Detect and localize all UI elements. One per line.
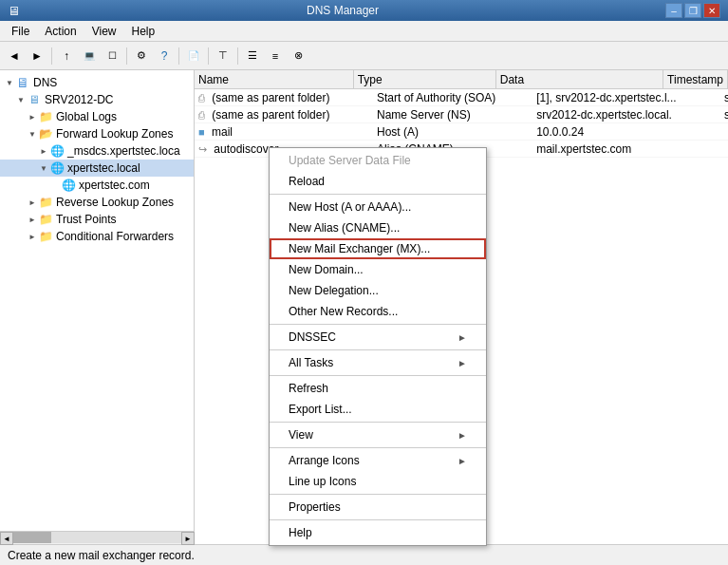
ctx-other-new-records[interactable]: Other New Records... bbox=[270, 301, 486, 322]
cell-data-2: 10.0.0.24 bbox=[532, 124, 720, 140]
cell-type-1: Name Server (NS) bbox=[373, 107, 532, 122]
status-bar: Create a new mail exchanger record. bbox=[0, 544, 728, 565]
tree-item-xpertstec-local[interactable]: ▼ 🌐 xpertstec.local bbox=[0, 160, 194, 177]
status-text: Create a new mail exchanger record. bbox=[8, 549, 195, 562]
menu-action[interactable]: Action bbox=[37, 23, 84, 40]
tree-item-server[interactable]: ▼ 🖥 SRV2012-DC bbox=[0, 91, 194, 108]
scroll-left[interactable]: ◄ bbox=[0, 532, 13, 544]
folder-icon-trust: 📁 bbox=[38, 212, 53, 227]
tree-item-trust-points[interactable]: ► 📁 Trust Points bbox=[0, 211, 194, 228]
view-icons-button[interactable]: ⊗ bbox=[288, 46, 308, 66]
help-button[interactable]: ? bbox=[154, 46, 175, 66]
expander-cond-forwarders[interactable]: ► bbox=[27, 229, 38, 244]
ctx-export-list[interactable]: Export List... bbox=[270, 399, 486, 420]
ctx-reload[interactable]: Reload bbox=[270, 171, 486, 192]
ctx-new-alias[interactable]: New Alias (CNAME)... bbox=[270, 217, 486, 238]
ctx-all-tasks[interactable]: All Tasks ► bbox=[270, 352, 486, 373]
forward-button[interactable]: ► bbox=[27, 46, 47, 66]
toolbar-sep-2 bbox=[126, 47, 127, 65]
list-row[interactable]: ⎙ (same as parent folder) Name Server (N… bbox=[195, 106, 728, 123]
restore-button[interactable]: ❒ bbox=[684, 3, 701, 18]
collapse-button[interactable]: ⊤ bbox=[213, 46, 233, 66]
menu-file[interactable]: File bbox=[4, 23, 37, 40]
menu-bar: File Action View Help bbox=[0, 21, 728, 42]
cell-ts-2 bbox=[720, 131, 728, 133]
ctx-dnssec[interactable]: DNSSEC ► bbox=[270, 327, 486, 348]
col-header-name[interactable]: Name bbox=[195, 70, 354, 88]
col-header-timestamp[interactable]: Timestamp bbox=[663, 70, 728, 88]
col-header-type[interactable]: Type bbox=[354, 70, 496, 88]
tree-label-global-logs: Global Logs bbox=[56, 110, 117, 123]
ctx-sep-8 bbox=[270, 519, 486, 520]
dns-icon: 🖥 bbox=[15, 75, 30, 90]
ctx-arrow-dnssec: ► bbox=[457, 332, 467, 343]
ctx-properties[interactable]: Properties bbox=[270, 497, 486, 518]
close-button[interactable]: ✕ bbox=[703, 3, 720, 18]
zone-icon-xpertstec: 🌐 bbox=[49, 160, 65, 176]
tree-item-msdcs[interactable]: ► 🌐 _msdcs.xpertstec.loca bbox=[0, 142, 194, 160]
back-button[interactable]: ◄ bbox=[4, 46, 25, 66]
folder-open-icon: 📂 bbox=[38, 126, 53, 141]
list-row[interactable]: ⎙ (same as parent folder) Start of Autho… bbox=[195, 89, 728, 106]
ctx-help[interactable]: Help bbox=[270, 522, 486, 543]
ctx-line-up-icons[interactable]: Line up Icons bbox=[270, 471, 486, 492]
cell-name-2: ■ mail bbox=[195, 124, 373, 140]
tree-label-cond-forwarders: Conditional Forwarders bbox=[56, 230, 174, 243]
menu-view[interactable]: View bbox=[84, 23, 124, 40]
ctx-new-domain[interactable]: New Domain... bbox=[270, 259, 486, 280]
new-window-button[interactable]: ☐ bbox=[102, 46, 122, 66]
expander-global-logs[interactable]: ► bbox=[27, 109, 38, 124]
col-header-data[interactable]: Data bbox=[496, 70, 663, 88]
toolbar-sep-5 bbox=[237, 47, 238, 65]
folder-icon: 📁 bbox=[38, 109, 53, 124]
tree-item-dns[interactable]: ▼ 🖥 DNS bbox=[0, 74, 194, 91]
ctx-sep-6 bbox=[270, 447, 486, 448]
ctx-sep-1 bbox=[270, 194, 486, 195]
ctx-new-host[interactable]: New Host (A or AAAA)... bbox=[270, 197, 486, 217]
tree-item-reverse-lookup[interactable]: ► 📁 Reverse Lookup Zones bbox=[0, 194, 194, 211]
tree-label-reverse-lookup: Reverse Lookup Zones bbox=[56, 196, 174, 209]
expander-trust-points[interactable]: ► bbox=[27, 212, 38, 227]
ctx-arrow-view: ► bbox=[457, 430, 467, 441]
scroll-track[interactable] bbox=[13, 532, 181, 543]
ctx-sep-5 bbox=[270, 422, 486, 423]
window-controls: – ❒ ✕ bbox=[665, 3, 720, 18]
tree-label-server: SRV2012-DC bbox=[45, 93, 113, 106]
ctx-sep-4 bbox=[270, 375, 486, 376]
tree-item-forward-lookup[interactable]: ▼ 📂 Forward Lookup Zones bbox=[0, 125, 194, 142]
ctx-sep-3 bbox=[270, 349, 486, 350]
expander-server[interactable]: ▼ bbox=[15, 92, 27, 107]
show-console-button[interactable]: 💻 bbox=[79, 46, 100, 66]
expander-msdcs[interactable]: ► bbox=[38, 143, 49, 159]
menu-help[interactable]: Help bbox=[124, 23, 163, 40]
context-menu: Update Server Data File Reload New Host … bbox=[269, 147, 487, 546]
ctx-refresh[interactable]: Refresh bbox=[270, 378, 486, 399]
list-row[interactable]: ■ mail Host (A) 10.0.0.24 bbox=[195, 123, 728, 141]
expander-xpertstec-com bbox=[49, 178, 61, 193]
expander-forward-lookup[interactable]: ▼ bbox=[27, 126, 38, 141]
tree-item-xpertstec-com[interactable]: 🌐 xpertstec.com bbox=[0, 177, 194, 194]
export-button[interactable]: 📄 bbox=[183, 46, 204, 66]
minimize-button[interactable]: – bbox=[665, 3, 682, 18]
view-detail-button[interactable]: ≡ bbox=[265, 46, 286, 66]
ctx-arrow-arrange: ► bbox=[457, 456, 467, 466]
cell-data-3: mail.xpertstec.com bbox=[532, 141, 720, 157]
tree-scrollbar-h[interactable]: ◄ ► bbox=[0, 531, 195, 544]
tree-item-global-logs[interactable]: ► 📁 Global Logs bbox=[0, 108, 194, 125]
tree-item-conditional-forwarders[interactable]: ► 📁 Conditional Forwarders bbox=[0, 228, 194, 245]
expander-xpertstec-local[interactable]: ▼ bbox=[38, 160, 49, 176]
expander-reverse-lookup[interactable]: ► bbox=[27, 195, 38, 210]
properties-button[interactable]: ⚙ bbox=[131, 46, 152, 66]
ctx-new-mail-exchanger[interactable]: New Mail Exchanger (MX)... bbox=[270, 238, 486, 259]
view-list-button[interactable]: ☰ bbox=[242, 46, 263, 66]
up-button[interactable]: ↑ bbox=[56, 46, 77, 66]
ctx-view[interactable]: View ► bbox=[270, 424, 486, 445]
cell-type-2: Host (A) bbox=[373, 124, 532, 140]
toolbar: ◄ ► ↑ 💻 ☐ ⚙ ? 📄 ⊤ ☰ ≡ ⊗ bbox=[0, 42, 728, 70]
cell-data-0: [1], srv2012-dc.xpertstec.l... bbox=[532, 90, 720, 105]
scroll-right[interactable]: ► bbox=[181, 532, 195, 544]
tree-label-dns: DNS bbox=[33, 76, 57, 89]
expander-dns[interactable]: ▼ bbox=[4, 75, 15, 90]
ctx-new-delegation[interactable]: New Delegation... bbox=[270, 280, 486, 301]
ctx-arrange-icons[interactable]: Arrange Icons ► bbox=[270, 450, 486, 471]
